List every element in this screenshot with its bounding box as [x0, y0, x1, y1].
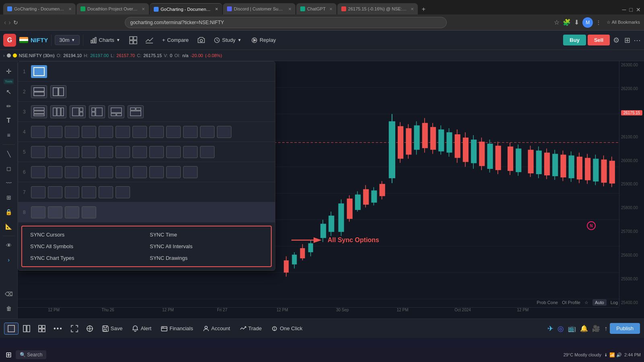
sidebar-cursor[interactable]: ↖ [2, 85, 16, 99]
layout-button[interactable] [126, 34, 140, 46]
bookmark-icon[interactable]: ☆ [554, 19, 559, 26]
layout-8d[interactable] [82, 206, 96, 218]
layout-4d[interactable] [82, 126, 96, 138]
layout-6c[interactable] [65, 166, 79, 178]
financials-button[interactable]: Financials [157, 323, 198, 334]
profile-avatar[interactable]: M [582, 17, 593, 28]
save-button[interactable]: Save [98, 323, 127, 334]
layout-5h[interactable] [149, 146, 164, 158]
discord-icon[interactable]: ◎ [557, 324, 564, 333]
browser-tab-3[interactable]: GoCharting - Documentatio... ✕ [150, 3, 222, 14]
layout-4g[interactable] [132, 126, 147, 138]
more-layouts-button[interactable]: ••• [50, 323, 66, 335]
account-button[interactable]: Account [198, 323, 235, 334]
layout-3c[interactable] [70, 105, 86, 118]
indicators-button[interactable] [142, 34, 157, 46]
chart-type-single[interactable] [4, 323, 19, 335]
sidebar-fib[interactable]: 〰 [2, 176, 16, 190]
ticker-label[interactable]: NIFTY [31, 37, 48, 43]
tv-icon[interactable]: 📺 [568, 325, 576, 332]
layout-4h[interactable] [149, 126, 164, 138]
layout-4b[interactable] [48, 126, 62, 138]
publish-button[interactable]: Publish [610, 323, 640, 334]
sync-drawings[interactable]: SYNC Drawings [147, 253, 266, 263]
sidebar-adjust[interactable]: ≡ [2, 128, 16, 142]
layout-4c[interactable] [65, 126, 79, 138]
layout-7f[interactable] [116, 186, 130, 198]
layout-3e[interactable] [108, 105, 124, 118]
layout-4l[interactable] [217, 126, 231, 138]
sync-all-symbols[interactable]: SYNC All Symbols [27, 241, 147, 251]
sidebar-line[interactable]: ╲ [2, 147, 16, 161]
layout-8b[interactable] [48, 206, 62, 218]
restore-button[interactable]: □ [630, 6, 633, 13]
layout-7d[interactable] [82, 186, 96, 198]
layout-3f[interactable] [128, 105, 144, 118]
layout-2v[interactable] [50, 85, 66, 98]
camera-button[interactable] [194, 35, 208, 46]
layout-8a[interactable] [31, 206, 45, 218]
layout-6h[interactable] [149, 166, 164, 178]
layout-5i[interactable] [166, 146, 181, 158]
sell-button[interactable]: Sell [588, 35, 610, 45]
close-button[interactable]: ✕ [636, 6, 641, 13]
layout-4f[interactable] [116, 126, 130, 138]
layout-4k[interactable] [200, 126, 215, 138]
sidebar-visibility[interactable]: 👁 [2, 239, 16, 252]
layout-6d[interactable] [82, 166, 96, 178]
alert-button[interactable]: Alert [128, 323, 156, 334]
layout-6b[interactable] [48, 166, 62, 178]
sidebar-text[interactable]: T [2, 114, 16, 128]
layout-6e[interactable] [99, 166, 113, 178]
settings-icon[interactable]: ⚙ [613, 36, 619, 45]
browser-tab-5[interactable]: ChatGPT ✕ [296, 3, 336, 14]
layout-7c[interactable] [65, 186, 79, 198]
layout-7a[interactable] [31, 186, 45, 198]
layout-2h[interactable] [31, 85, 47, 98]
chart-type-quad[interactable] [35, 323, 49, 335]
video-icon[interactable]: 🎥 [592, 325, 600, 332]
browser-tab-4[interactable]: Discord | Customer Success ✕ [223, 3, 295, 14]
expand-icon[interactable]: › [3, 53, 5, 58]
sidebar-crosshair[interactable]: ✛ [2, 64, 16, 78]
layout-7b[interactable] [48, 186, 62, 198]
layout-6a[interactable] [31, 166, 45, 178]
sidebar-pattern[interactable]: ⊞ [2, 191, 16, 204]
sidebar-trash[interactable]: 🗑 [2, 302, 16, 315]
sidebar-expand[interactable]: › [2, 253, 16, 267]
sync-all-intervals[interactable]: SYNC All Intervals [147, 241, 266, 251]
layers-icon[interactable]: ⊞ [624, 36, 630, 45]
prob-cone-label[interactable]: Prob Cone [537, 300, 558, 305]
browser-tab-6[interactable]: 26175.15 (-0.16%) @ NSE:NI... ✕ [337, 3, 418, 14]
settings-icon[interactable]: ⋮ [596, 20, 601, 25]
layout-6g[interactable] [132, 166, 147, 178]
cursor-mode-button[interactable] [83, 323, 97, 335]
layout-6f[interactable] [116, 166, 130, 178]
sync-chart-types[interactable]: SYNC Chart Types [27, 253, 147, 263]
telegram-icon[interactable]: ✈ [547, 324, 553, 333]
browser-tab-1[interactable]: GoCharting - Documentatio... ✕ [3, 3, 76, 14]
replay-button[interactable]: Replay [247, 35, 280, 45]
layout-5f[interactable] [116, 146, 130, 158]
new-tab-button[interactable]: + [419, 5, 429, 14]
minimize-button[interactable]: ─ [622, 6, 626, 13]
buy-button[interactable]: Buy [563, 35, 586, 45]
bc-symbol[interactable]: NSE:NIFTY (30m) [19, 53, 55, 58]
sidebar-measure[interactable]: 📐 [2, 220, 16, 233]
layout-5b[interactable] [48, 146, 62, 158]
layout-1x1[interactable] [31, 65, 47, 78]
layout-5g[interactable] [132, 146, 147, 158]
fullscreen-button[interactable] [67, 323, 82, 335]
sidebar-pen[interactable]: ✏ [2, 99, 16, 113]
layout-5d[interactable] [82, 146, 96, 158]
sync-cursors[interactable]: SYNC Cursors [27, 230, 147, 240]
oi-profile-label[interactable]: OI Profile [562, 300, 580, 305]
auto-label[interactable]: Auto [592, 299, 607, 306]
start-button[interactable]: ⊞ [3, 350, 14, 360]
layout-5j[interactable] [183, 146, 198, 158]
chart-type-half[interactable] [19, 323, 34, 335]
layout-3b[interactable] [50, 105, 66, 118]
refresh-button[interactable]: ↻ [13, 19, 18, 26]
layout-5c[interactable] [65, 146, 79, 158]
layout-7e[interactable] [99, 186, 113, 198]
